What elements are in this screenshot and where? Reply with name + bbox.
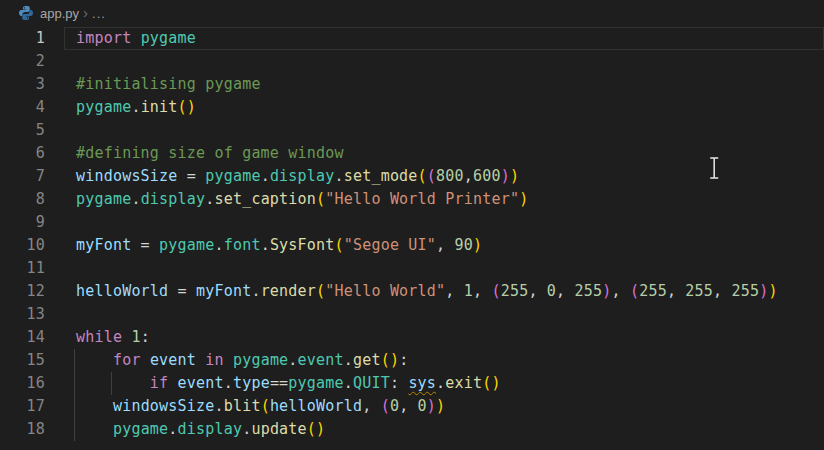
code-token: get <box>353 351 381 369</box>
code-line-content[interactable] <box>64 211 824 234</box>
code-line-content[interactable] <box>64 50 824 73</box>
code-token: if <box>150 374 168 392</box>
line-number: 15 <box>0 349 64 372</box>
code-line[interactable]: 10myFont = pygame.font.SysFont("Segoe UI… <box>0 234 824 257</box>
code-line[interactable]: 15 for event in pygame.event.get(): <box>0 349 824 372</box>
code-line[interactable]: 4pygame.init() <box>0 96 824 119</box>
code-token: pygame <box>76 98 131 116</box>
code-token: display <box>141 190 206 208</box>
code-line-content[interactable] <box>64 303 824 326</box>
code-token: () <box>381 351 399 369</box>
editor[interactable]: 1import pygame23#initialising pygame4pyg… <box>0 26 824 441</box>
code-line-content[interactable]: for event in pygame.event.get(): <box>64 349 824 372</box>
warning-token: sys <box>408 374 436 392</box>
code-token: myFont <box>196 282 251 300</box>
code-token: update <box>251 420 306 438</box>
line-number: 17 <box>0 395 64 418</box>
code-token: exit <box>445 374 482 392</box>
code-line[interactable]: 1import pygame <box>0 27 824 50</box>
code-token: "Hello World Printer" <box>325 190 519 208</box>
code-token: , <box>528 282 546 300</box>
code-line[interactable]: 12helloWorld = myFont.render("Hello Worl… <box>0 280 824 303</box>
line-number: 12 <box>0 280 64 303</box>
code-token: , <box>611 282 629 300</box>
code-line[interactable]: 11 <box>0 257 824 280</box>
code-line-content[interactable]: #defining size of game window <box>64 142 824 165</box>
code-line[interactable]: 5 <box>0 119 824 142</box>
code-token: for <box>113 351 141 369</box>
code-token <box>122 328 131 346</box>
code-token: SysFont <box>270 236 335 254</box>
code-token: pygame <box>288 374 343 392</box>
code-line[interactable]: 2 <box>0 50 824 73</box>
indent-guide <box>111 372 112 395</box>
code-token: type <box>233 374 270 392</box>
code-token: init <box>141 98 178 116</box>
code-line-content[interactable]: pygame.display.set_caption("Hello World … <box>64 188 824 211</box>
code-token: , <box>362 397 380 415</box>
code-line-content[interactable] <box>64 119 824 142</box>
code-token: () <box>307 420 325 438</box>
code-token: ) <box>436 397 445 415</box>
breadcrumb-file-name[interactable]: app.py <box>40 6 79 21</box>
code-line[interactable]: 9 <box>0 211 824 234</box>
code-token: = <box>168 282 196 300</box>
code-token: 90 <box>455 236 473 254</box>
code-line-content[interactable]: helloWorld = myFont.render("Hello World"… <box>64 280 824 303</box>
code-token: . <box>344 374 353 392</box>
code-line[interactable]: 14while 1: <box>0 326 824 349</box>
code-token: set_mode <box>344 167 418 185</box>
code-token: ( <box>491 282 500 300</box>
code-token: 0 <box>390 397 399 415</box>
code-token: . <box>214 397 223 415</box>
code-token: . <box>214 236 223 254</box>
code-token: helloWorld <box>76 282 168 300</box>
code-line[interactable]: 3#initialising pygame <box>0 73 824 96</box>
code-line-content[interactable]: windowsSize = pygame.display.set_mode((8… <box>64 165 824 188</box>
code-token: . <box>261 236 270 254</box>
code-token: = <box>131 236 159 254</box>
code-line[interactable]: 17 windowsSize.blit(helloWorld, (0, 0)) <box>0 395 824 418</box>
code-line-content[interactable]: pygame.display.update() <box>64 418 824 441</box>
code-line-content[interactable]: while 1: <box>64 326 824 349</box>
code-token: . <box>436 374 445 392</box>
code-line[interactable]: 13 <box>0 303 824 326</box>
line-number: 3 <box>0 73 64 96</box>
code-line[interactable]: 18 pygame.display.update() <box>0 418 824 441</box>
code-token: = <box>178 167 206 185</box>
code-line[interactable]: 6#defining size of game window <box>0 142 824 165</box>
code-token <box>224 351 233 369</box>
code-line-content[interactable]: if event.type==pygame.QUIT: sys.exit() <box>64 372 824 395</box>
code-line-content[interactable]: windowsSize.blit(helloWorld, (0, 0)) <box>64 395 824 418</box>
code-line-content[interactable]: pygame.init() <box>64 96 824 119</box>
code-token: . <box>224 374 233 392</box>
python-file-icon <box>18 5 34 21</box>
code-line-content[interactable]: #initialising pygame <box>64 73 824 96</box>
code-line-content[interactable]: import pygame <box>64 27 824 50</box>
code-token: 255 <box>639 282 667 300</box>
code-token <box>168 374 177 392</box>
code-line-content[interactable] <box>64 257 824 280</box>
line-number: 9 <box>0 211 64 234</box>
code-token: . <box>168 420 177 438</box>
code-line-content[interactable]: myFont = pygame.font.SysFont("Segoe UI",… <box>64 234 824 257</box>
code-token: ) <box>427 397 436 415</box>
code-token: ( <box>261 397 270 415</box>
code-token: : <box>399 351 408 369</box>
code-token: ) <box>510 167 519 185</box>
line-number: 11 <box>0 257 64 280</box>
code-token: . <box>261 167 270 185</box>
code-token: 0 <box>547 282 556 300</box>
code-line[interactable]: 8pygame.display.set_caption("Hello World… <box>0 188 824 211</box>
code-token: . <box>131 98 140 116</box>
indent-guide <box>74 349 75 372</box>
code-token: == <box>270 374 288 392</box>
breadcrumb-ellipsis[interactable]: ... <box>92 6 106 21</box>
code-line[interactable]: 16 if event.type==pygame.QUIT: sys.exit(… <box>0 372 824 395</box>
code-token: , <box>667 282 685 300</box>
code-token: in <box>205 351 223 369</box>
code-line[interactable]: 7windowsSize = pygame.display.set_mode((… <box>0 165 824 188</box>
code-token <box>76 397 113 415</box>
code-token: 0 <box>418 397 427 415</box>
code-token: , <box>445 282 463 300</box>
